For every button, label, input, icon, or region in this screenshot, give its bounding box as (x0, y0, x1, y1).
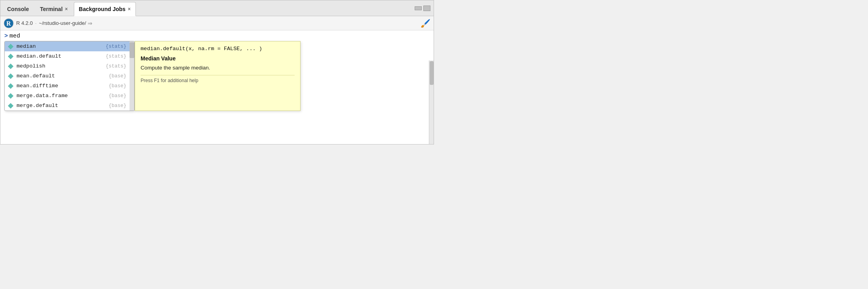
function-icon-2 (8, 63, 13, 69)
r-logo-icon: R (4, 18, 14, 28)
maximize-button[interactable] (423, 6, 430, 11)
console-content: > med median {stats} median.de (0, 30, 434, 144)
rstudio-console-panel: Console Terminal × Background Jobs × R R… (0, 0, 434, 144)
autocomplete-item-6[interactable]: merge.default {base} (5, 101, 130, 111)
tab-console[interactable]: Console (2, 2, 34, 16)
r-version-label: R 4.2.0 (16, 20, 33, 26)
autocomplete-wrapper: median {stats} median.default {stats} me… (4, 41, 430, 111)
panel-scrollbar-thumb (430, 61, 434, 85)
autocomplete-list: median {stats} median.default {stats} me… (4, 41, 135, 111)
tab-background-jobs[interactable]: Background Jobs × (74, 2, 136, 16)
tab-console-label: Console (7, 6, 29, 12)
item-package-0: {stats} (105, 44, 126, 49)
prompt-line: > med (4, 33, 430, 39)
item-package-6: {base} (109, 103, 126, 109)
working-directory[interactable]: ~/rstudio-user-guide/ (39, 20, 86, 26)
item-package-4: {base} (109, 83, 126, 89)
list-scroll: median {stats} median.default {stats} me… (5, 41, 134, 111)
function-icon-4 (8, 83, 13, 88)
autocomplete-item-1[interactable]: median.default {stats} (5, 51, 130, 61)
function-icon-0 (8, 43, 13, 49)
function-icon-3 (8, 73, 13, 79)
item-name-4: mean.difftime (17, 83, 109, 89)
function-icon-1 (8, 53, 13, 59)
clear-console-icon[interactable]: 🖌️ (421, 19, 430, 28)
item-name-0: median (17, 43, 105, 49)
item-name-2: medpolish (17, 63, 105, 69)
autocomplete-item-2[interactable]: medpolish {stats} (5, 61, 130, 71)
prompt-text[interactable]: med (9, 33, 20, 39)
panel-scrollbar[interactable] (429, 60, 434, 144)
autocomplete-scrollbar-thumb (130, 42, 134, 58)
tab-actions (415, 6, 430, 11)
autocomplete-scrollbar[interactable] (130, 41, 134, 111)
tab-bar: Console Terminal × Background Jobs × (0, 0, 434, 16)
tab-terminal-label: Terminal (40, 6, 62, 12)
r-version-info: R 4.2.0 · ~/rstudio-user-guide/ ⇒ (16, 20, 92, 26)
help-title: Median Value (141, 55, 295, 62)
autocomplete-item-3[interactable]: mean.default {base} (5, 71, 130, 81)
tab-terminal-close[interactable]: × (65, 6, 68, 12)
tab-background-jobs-close[interactable]: × (128, 6, 131, 12)
tab-background-jobs-label: Background Jobs (79, 6, 126, 12)
item-package-2: {stats} (105, 64, 126, 69)
autocomplete-item-5[interactable]: merge.data.frame {base} (5, 91, 130, 101)
svg-text:R: R (6, 20, 11, 27)
prompt-symbol: > (4, 33, 8, 39)
toolbar: R R 4.2.0 · ~/rstudio-user-guide/ ⇒ 🖌️ (0, 16, 434, 30)
toolbar-separator: · (35, 20, 37, 26)
function-icon-5 (8, 93, 13, 98)
function-icon-6 (8, 103, 13, 108)
item-package-5: {base} (109, 93, 126, 99)
help-signature: median.default(x, na.rm = FALSE, ... ) (141, 45, 295, 53)
list-items: median {stats} median.default {stats} me… (5, 41, 130, 111)
item-name-1: median.default (17, 53, 105, 59)
help-description: Compute the sample median. (141, 64, 295, 72)
minimize-button[interactable] (415, 6, 422, 10)
autocomplete-item-4[interactable]: mean.difftime {base} (5, 81, 130, 91)
item-package-3: {base} (109, 73, 126, 79)
navigate-arrow-icon[interactable]: ⇒ (88, 20, 92, 26)
autocomplete-item-0[interactable]: median {stats} (5, 41, 130, 51)
help-tooltip: median.default(x, na.rm = FALSE, ... ) M… (135, 41, 301, 111)
help-footer: Press F1 for additional help (141, 75, 295, 83)
tab-terminal[interactable]: Terminal × (35, 2, 73, 16)
item-package-1: {stats} (105, 54, 126, 59)
item-name-3: mean.default (17, 73, 109, 79)
item-name-5: merge.data.frame (17, 93, 109, 99)
item-name-6: merge.default (17, 103, 109, 109)
